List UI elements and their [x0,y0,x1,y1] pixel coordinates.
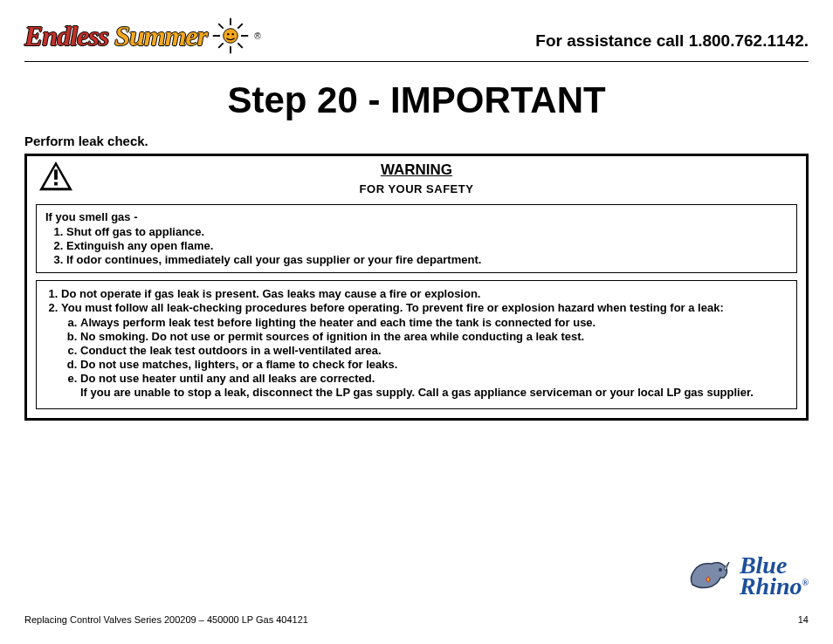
brand2-line2: Rhino® [740,576,809,597]
list-item: You must follow all leak-checking proced… [61,301,788,399]
blue-rhino-logo: Blue Rhino® [685,552,809,600]
svg-rect-13 [54,169,58,179]
svg-line-5 [218,24,224,29]
sub-note: If you are unable to stop a leak, discon… [80,386,788,399]
list-item: Do not use heater until any and all leak… [80,372,788,399]
page-number: 14 [798,614,809,625]
brand-text: Endless Summer [24,20,207,52]
smell-gas-box: If you smell gas - Shut off gas to appli… [36,204,797,273]
warning-heading: WARNING [381,161,452,179]
header-rule [24,61,809,62]
brand-logo: Endless Summer [24,16,261,56]
svg-line-8 [218,43,224,48]
header: Endless Summer [24,16,809,56]
svg-point-0 [224,29,238,44]
leak-procedures-box: Do not operate if gas leak is present. G… [36,280,797,409]
list-item: Always perform leak test before lighting… [80,316,788,329]
list-item-text: You must follow all leak-checking proced… [61,301,724,314]
list-item: Do not operate if gas leak is present. G… [61,287,788,300]
smell-steps-list: Shut off gas to appliance. Extinguish an… [45,225,788,266]
list-item: Conduct the leak test outdoors in a well… [80,344,788,357]
svg-point-15 [719,568,722,572]
rhino-icon [685,552,734,600]
list-item: Shut off gas to appliance. [66,225,788,238]
sub-list: Always perform leak test before lighting… [61,316,788,399]
smell-intro: If you smell gas - [45,210,788,223]
registered-mark: ® [254,31,260,41]
svg-rect-14 [54,182,58,186]
footer: Replacing Control Valves Series 200209 –… [24,614,809,625]
list-item: Do not use matches, lighters, or a flame… [80,358,788,371]
footer-left: Replacing Control Valves Series 200209 –… [24,614,308,625]
svg-point-9 [227,33,229,35]
list-item: If odor continues, immediately call your… [66,253,788,266]
page-title: Step 20 - IMPORTANT [24,79,809,121]
svg-point-10 [232,33,234,35]
list-item-text: Do not use heater until any and all leak… [80,372,375,385]
main-list: Do not operate if gas leak is present. G… [45,287,788,399]
blue-rhino-text: Blue Rhino® [740,555,809,597]
warning-subheading: FOR YOUR SAFETY [360,182,474,195]
list-item: No smoking. Do not use or permit sources… [80,330,788,343]
warning-box: WARNING FOR YOUR SAFETY If you smell gas… [24,154,809,421]
warning-triangle-icon [38,160,74,193]
list-item: Extinguish any open flame. [66,239,788,252]
sun-icon [210,16,251,56]
svg-line-7 [238,24,243,29]
svg-line-6 [238,43,243,48]
assistance-text: For assistance call 1.800.762.1142. [535,31,809,56]
subtitle: Perform leak check. [24,134,809,148]
